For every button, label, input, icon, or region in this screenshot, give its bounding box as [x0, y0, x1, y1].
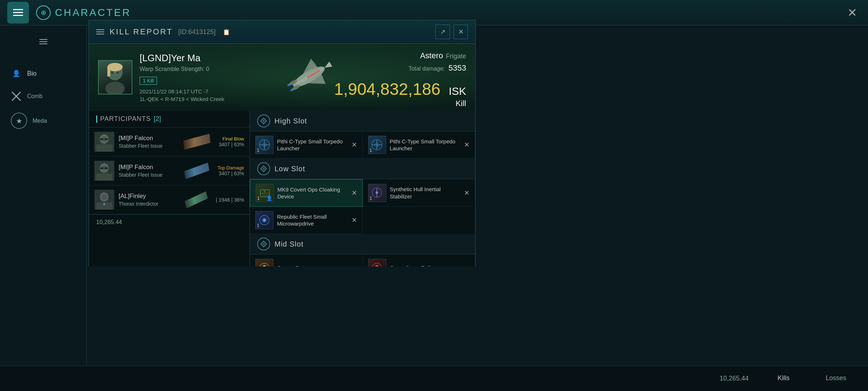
participants-count: [2]: [154, 115, 161, 123]
participant-stats-2: Top Damage 3407 | 63%: [217, 165, 244, 176]
participant-ship-3: Thorax Interdictor: [119, 201, 180, 207]
panel-close-button[interactable]: ✕: [454, 25, 468, 39]
mid-slot-title: Mid Slot: [275, 240, 303, 248]
svg-point-5: [105, 81, 125, 94]
module-close-cloaking[interactable]: ✕: [352, 189, 357, 197]
svg-point-6: [111, 72, 113, 74]
participant-avatar-3: [94, 190, 114, 210]
sidebar-item-medals[interactable]: ★ Meda: [0, 107, 86, 134]
module-item-guests[interactable]: Guests Data ▼: [250, 255, 363, 266]
svg-rect-24: [105, 138, 108, 140]
module-item-torpedo-1[interactable]: 1 Pithi C-Type Small Torpedo Launcher ✕: [250, 131, 363, 159]
app-close-button[interactable]: ✕: [844, 2, 861, 23]
module-item-gravedigger[interactable]: Gravedigger Relic ▼: [363, 255, 476, 266]
high-slot-title: High Slot: [275, 117, 307, 125]
svg-point-57: [264, 219, 265, 221]
module-name-gravedigger: Gravedigger Relic: [390, 264, 433, 266]
top-damage-label: Top Damage: [217, 165, 244, 171]
svg-rect-23: [100, 138, 103, 140]
bottom-stat-value: 10,265.44: [96, 219, 122, 225]
participant-damage-2: 3407 | 63%: [217, 171, 244, 176]
character-header: ⊕ CHARACTER: [36, 5, 131, 20]
module-item-mwd[interactable]: 1 Republic Fleet Small Microwarpdrive ✕: [250, 207, 363, 234]
participant-item-3[interactable]: [AL]Finley Thorax Interdictor | 1946 | 3…: [89, 185, 250, 214]
participant-weapon-1: [183, 137, 210, 146]
module-name-cloaking: MK9 Covert Ops Cloaking Device: [277, 186, 348, 200]
module-close-torpedo-2[interactable]: ✕: [464, 141, 469, 149]
mid-slot-header: Mid Slot: [250, 234, 475, 255]
svg-point-53: [376, 192, 378, 194]
panel-id: [ID:6413125]: [178, 28, 216, 36]
kill-badge: 1 Kill: [140, 77, 157, 85]
total-damage-value: 5353: [448, 63, 466, 73]
sidebar-combat-label: Comb: [27, 93, 43, 100]
svg-rect-31: [105, 167, 108, 169]
kills-tab[interactable]: Kills: [770, 371, 797, 386]
vitruvian-icon: ⊕: [36, 5, 51, 20]
module-close-mwd[interactable]: ✕: [352, 216, 357, 224]
high-slot-modules: 1 Pithi C-Type Small Torpedo Launcher ✕: [250, 131, 475, 159]
sidebar-item-combat[interactable]: Comb: [0, 85, 86, 107]
module-qty-cloaking: 1: [257, 196, 260, 201]
sidebar-menu-button[interactable]: [33, 33, 54, 51]
copy-icon[interactable]: 📋: [223, 29, 230, 35]
gravedigger-dropdown-icon[interactable]: ▼: [437, 265, 443, 266]
svg-point-48: [264, 190, 266, 193]
panel-header: KILL REPORT [ID:6413125] 📋 ↗ ✕: [89, 20, 475, 44]
menu-button[interactable]: [7, 2, 29, 24]
participant-stats-3: | 1946 | 36%: [216, 197, 244, 203]
participant-name-1: [MI]P Falcon: [119, 135, 179, 142]
module-item-torpedo-2[interactable]: 1 Pithi C-Type Small Torpedo Launcher ✕: [363, 131, 476, 159]
participant-stats-1: Final Blow 3407 | 63%: [218, 136, 244, 147]
svg-rect-30: [100, 167, 103, 169]
low-slot-header: Low Slot: [250, 159, 475, 179]
participant-avatar-2: [94, 161, 114, 181]
export-button[interactable]: ↗: [435, 25, 450, 39]
module-person-icon: 👤: [266, 195, 272, 201]
module-qty-2: 1: [370, 147, 372, 153]
module-name-torpedo-1: Pithi C-Type Small Torpedo Launcher: [277, 138, 348, 152]
participant-damage-3: | 1946 | 36%: [216, 197, 244, 203]
participant-info-1: [MI]P Falcon Stabber Fleet Issue: [119, 135, 179, 149]
pilot-avatar: [98, 60, 132, 94]
combat-icon: [11, 91, 22, 102]
low-slot-modules: 1 👤 MK9 Covert Ops Cloaking Device ✕: [250, 179, 475, 234]
sidebar-item-bio[interactable]: 👤 Bio: [0, 62, 86, 85]
kill-stats: Astero Frigate Total damage: 5353 1,904,…: [334, 51, 466, 108]
left-sidebar: 👤 Bio Comb ★ Meda: [0, 25, 87, 391]
isk-label: ISK: [449, 85, 466, 97]
low-slot-icon: [257, 162, 270, 175]
participant-name-3: [AL]Finley: [119, 193, 180, 200]
torpedo-launcher-icon-2: 1: [368, 136, 386, 154]
module-qty-mwd: 1: [257, 223, 259, 228]
sidebar-menu-icon: [39, 39, 47, 44]
module-qty-1: 1: [257, 147, 259, 153]
app-title: CHARACTER: [55, 7, 131, 18]
sidebar-medals-label: Meda: [33, 118, 47, 124]
pilot-avatar-image: [99, 61, 132, 94]
panel-menu-button[interactable]: [96, 29, 104, 34]
svg-point-7: [117, 72, 119, 74]
module-close-stabilizer[interactable]: ✕: [464, 189, 469, 197]
bottom-stat-row: 10,265.44: [89, 214, 250, 230]
participants-header: Participants [2]: [89, 111, 250, 127]
module-close-torpedo-1[interactable]: ✕: [352, 141, 357, 149]
module-name-guests: Guests Data: [277, 264, 307, 266]
torpedo-launcher-icon-1: 1: [255, 136, 273, 154]
guests-dropdown-icon[interactable]: ▼: [311, 265, 317, 266]
bio-icon: 👤: [11, 68, 22, 79]
module-item-stabilizer[interactable]: 1 Synthetic Hull Inertial Stabilizer ✕: [363, 179, 476, 207]
participant-damage-1: 3407 | 63%: [218, 142, 244, 147]
participant-item[interactable]: [MI]P Falcon Stabber Fleet Issue Final B…: [89, 127, 250, 156]
module-item-cloaking[interactable]: 1 👤 MK9 Covert Ops Cloaking Device ✕: [250, 179, 363, 207]
total-damage-label: Total damage:: [409, 66, 445, 72]
stabilizer-icon: 1: [368, 184, 386, 202]
participant-weapon-3: [184, 196, 208, 203]
bottom-stat-display: 10,265.44: [720, 375, 749, 382]
participants-panel: Participants [2]: [89, 111, 250, 266]
svg-rect-28: [96, 173, 112, 181]
participant-item-2[interactable]: [MI]P Falcon Stabber Fleet Issue Top Dam…: [89, 156, 250, 185]
section-border-accent: [96, 115, 97, 123]
losses-tab[interactable]: Losses: [818, 371, 854, 386]
sidebar-bio-label: Bio: [27, 70, 37, 77]
